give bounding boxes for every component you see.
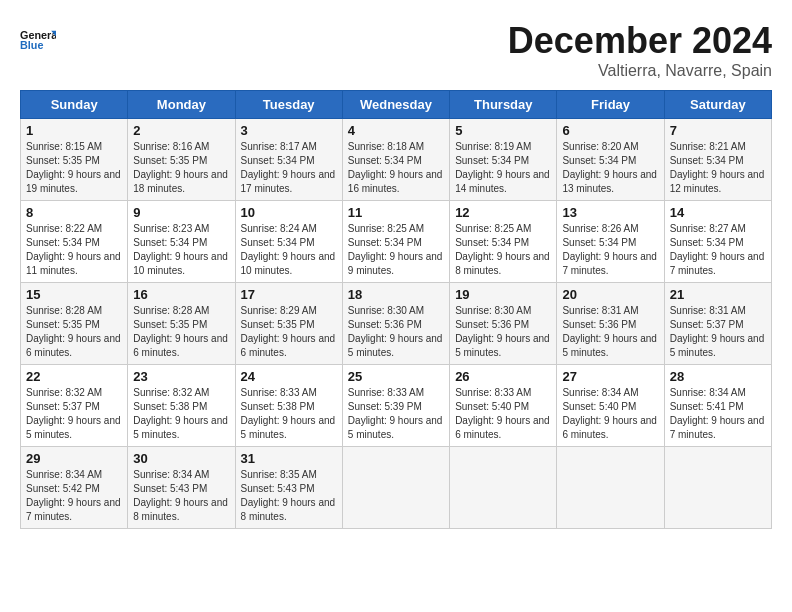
day-info: Sunrise: 8:35 AMSunset: 5:43 PMDaylight:…: [241, 468, 337, 524]
weekday-header-monday: Monday: [128, 91, 235, 119]
calendar-day-cell: 28Sunrise: 8:34 AMSunset: 5:41 PMDayligh…: [664, 365, 771, 447]
day-number: 26: [455, 369, 551, 384]
calendar-day-cell: 14Sunrise: 8:27 AMSunset: 5:34 PMDayligh…: [664, 201, 771, 283]
calendar-day-cell: 21Sunrise: 8:31 AMSunset: 5:37 PMDayligh…: [664, 283, 771, 365]
day-number: 29: [26, 451, 122, 466]
day-info: Sunrise: 8:32 AMSunset: 5:38 PMDaylight:…: [133, 386, 229, 442]
calendar-day-cell: 1Sunrise: 8:15 AMSunset: 5:35 PMDaylight…: [21, 119, 128, 201]
day-info: Sunrise: 8:26 AMSunset: 5:34 PMDaylight:…: [562, 222, 658, 278]
day-number: 31: [241, 451, 337, 466]
day-info: Sunrise: 8:18 AMSunset: 5:34 PMDaylight:…: [348, 140, 444, 196]
day-info: Sunrise: 8:32 AMSunset: 5:37 PMDaylight:…: [26, 386, 122, 442]
day-info: Sunrise: 8:34 AMSunset: 5:43 PMDaylight:…: [133, 468, 229, 524]
day-number: 13: [562, 205, 658, 220]
day-number: 27: [562, 369, 658, 384]
calendar-day-cell: 2Sunrise: 8:16 AMSunset: 5:35 PMDaylight…: [128, 119, 235, 201]
weekday-header-wednesday: Wednesday: [342, 91, 449, 119]
day-number: 20: [562, 287, 658, 302]
calendar-day-cell: 4Sunrise: 8:18 AMSunset: 5:34 PMDaylight…: [342, 119, 449, 201]
calendar-day-cell: 16Sunrise: 8:28 AMSunset: 5:35 PMDayligh…: [128, 283, 235, 365]
weekday-header-tuesday: Tuesday: [235, 91, 342, 119]
calendar-day-cell: 9Sunrise: 8:23 AMSunset: 5:34 PMDaylight…: [128, 201, 235, 283]
calendar-day-cell: 31Sunrise: 8:35 AMSunset: 5:43 PMDayligh…: [235, 447, 342, 529]
day-info: Sunrise: 8:34 AMSunset: 5:40 PMDaylight:…: [562, 386, 658, 442]
day-info: Sunrise: 8:24 AMSunset: 5:34 PMDaylight:…: [241, 222, 337, 278]
calendar-day-cell: 10Sunrise: 8:24 AMSunset: 5:34 PMDayligh…: [235, 201, 342, 283]
day-info: Sunrise: 8:31 AMSunset: 5:37 PMDaylight:…: [670, 304, 766, 360]
day-number: 3: [241, 123, 337, 138]
day-number: 28: [670, 369, 766, 384]
calendar-table: SundayMondayTuesdayWednesdayThursdayFrid…: [20, 90, 772, 529]
day-number: 10: [241, 205, 337, 220]
day-number: 2: [133, 123, 229, 138]
page-header: General Blue December 2024 Valtierra, Na…: [20, 20, 772, 80]
day-number: 12: [455, 205, 551, 220]
day-number: 16: [133, 287, 229, 302]
calendar-day-cell: 25Sunrise: 8:33 AMSunset: 5:39 PMDayligh…: [342, 365, 449, 447]
day-info: Sunrise: 8:27 AMSunset: 5:34 PMDaylight:…: [670, 222, 766, 278]
day-info: Sunrise: 8:22 AMSunset: 5:34 PMDaylight:…: [26, 222, 122, 278]
day-info: Sunrise: 8:19 AMSunset: 5:34 PMDaylight:…: [455, 140, 551, 196]
day-info: Sunrise: 8:20 AMSunset: 5:34 PMDaylight:…: [562, 140, 658, 196]
title-block: December 2024 Valtierra, Navarre, Spain: [508, 20, 772, 80]
day-info: Sunrise: 8:31 AMSunset: 5:36 PMDaylight:…: [562, 304, 658, 360]
calendar-week-row: 15Sunrise: 8:28 AMSunset: 5:35 PMDayligh…: [21, 283, 772, 365]
calendar-day-cell: [664, 447, 771, 529]
calendar-day-cell: 12Sunrise: 8:25 AMSunset: 5:34 PMDayligh…: [450, 201, 557, 283]
day-number: 19: [455, 287, 551, 302]
day-info: Sunrise: 8:30 AMSunset: 5:36 PMDaylight:…: [348, 304, 444, 360]
day-number: 22: [26, 369, 122, 384]
day-info: Sunrise: 8:16 AMSunset: 5:35 PMDaylight:…: [133, 140, 229, 196]
calendar-day-cell: 20Sunrise: 8:31 AMSunset: 5:36 PMDayligh…: [557, 283, 664, 365]
calendar-week-row: 22Sunrise: 8:32 AMSunset: 5:37 PMDayligh…: [21, 365, 772, 447]
day-number: 24: [241, 369, 337, 384]
calendar-day-cell: 15Sunrise: 8:28 AMSunset: 5:35 PMDayligh…: [21, 283, 128, 365]
calendar-day-cell: 24Sunrise: 8:33 AMSunset: 5:38 PMDayligh…: [235, 365, 342, 447]
day-info: Sunrise: 8:17 AMSunset: 5:34 PMDaylight:…: [241, 140, 337, 196]
calendar-week-row: 8Sunrise: 8:22 AMSunset: 5:34 PMDaylight…: [21, 201, 772, 283]
weekday-header-saturday: Saturday: [664, 91, 771, 119]
weekday-header-sunday: Sunday: [21, 91, 128, 119]
day-number: 25: [348, 369, 444, 384]
calendar-day-cell: 6Sunrise: 8:20 AMSunset: 5:34 PMDaylight…: [557, 119, 664, 201]
day-number: 11: [348, 205, 444, 220]
day-number: 21: [670, 287, 766, 302]
day-number: 23: [133, 369, 229, 384]
day-info: Sunrise: 8:15 AMSunset: 5:35 PMDaylight:…: [26, 140, 122, 196]
day-number: 7: [670, 123, 766, 138]
day-info: Sunrise: 8:25 AMSunset: 5:34 PMDaylight:…: [455, 222, 551, 278]
day-number: 4: [348, 123, 444, 138]
calendar-week-row: 29Sunrise: 8:34 AMSunset: 5:42 PMDayligh…: [21, 447, 772, 529]
location: Valtierra, Navarre, Spain: [508, 62, 772, 80]
calendar-day-cell: 26Sunrise: 8:33 AMSunset: 5:40 PMDayligh…: [450, 365, 557, 447]
day-info: Sunrise: 8:25 AMSunset: 5:34 PMDaylight:…: [348, 222, 444, 278]
calendar-day-cell: 29Sunrise: 8:34 AMSunset: 5:42 PMDayligh…: [21, 447, 128, 529]
day-info: Sunrise: 8:33 AMSunset: 5:38 PMDaylight:…: [241, 386, 337, 442]
calendar-day-cell: 19Sunrise: 8:30 AMSunset: 5:36 PMDayligh…: [450, 283, 557, 365]
calendar-day-cell: 23Sunrise: 8:32 AMSunset: 5:38 PMDayligh…: [128, 365, 235, 447]
day-number: 18: [348, 287, 444, 302]
weekday-header-thursday: Thursday: [450, 91, 557, 119]
calendar-day-cell: 18Sunrise: 8:30 AMSunset: 5:36 PMDayligh…: [342, 283, 449, 365]
day-info: Sunrise: 8:33 AMSunset: 5:40 PMDaylight:…: [455, 386, 551, 442]
day-number: 30: [133, 451, 229, 466]
day-number: 5: [455, 123, 551, 138]
calendar-day-cell: 5Sunrise: 8:19 AMSunset: 5:34 PMDaylight…: [450, 119, 557, 201]
day-info: Sunrise: 8:28 AMSunset: 5:35 PMDaylight:…: [26, 304, 122, 360]
day-number: 8: [26, 205, 122, 220]
calendar-day-cell: 17Sunrise: 8:29 AMSunset: 5:35 PMDayligh…: [235, 283, 342, 365]
logo: General Blue: [20, 20, 56, 56]
day-number: 9: [133, 205, 229, 220]
day-info: Sunrise: 8:34 AMSunset: 5:41 PMDaylight:…: [670, 386, 766, 442]
calendar-day-cell: 7Sunrise: 8:21 AMSunset: 5:34 PMDaylight…: [664, 119, 771, 201]
month-title: December 2024: [508, 20, 772, 62]
calendar-day-cell: 27Sunrise: 8:34 AMSunset: 5:40 PMDayligh…: [557, 365, 664, 447]
day-number: 15: [26, 287, 122, 302]
svg-text:Blue: Blue: [20, 39, 43, 51]
calendar-day-cell: 30Sunrise: 8:34 AMSunset: 5:43 PMDayligh…: [128, 447, 235, 529]
calendar-day-cell: [450, 447, 557, 529]
day-number: 1: [26, 123, 122, 138]
calendar-week-row: 1Sunrise: 8:15 AMSunset: 5:35 PMDaylight…: [21, 119, 772, 201]
day-info: Sunrise: 8:28 AMSunset: 5:35 PMDaylight:…: [133, 304, 229, 360]
day-info: Sunrise: 8:34 AMSunset: 5:42 PMDaylight:…: [26, 468, 122, 524]
